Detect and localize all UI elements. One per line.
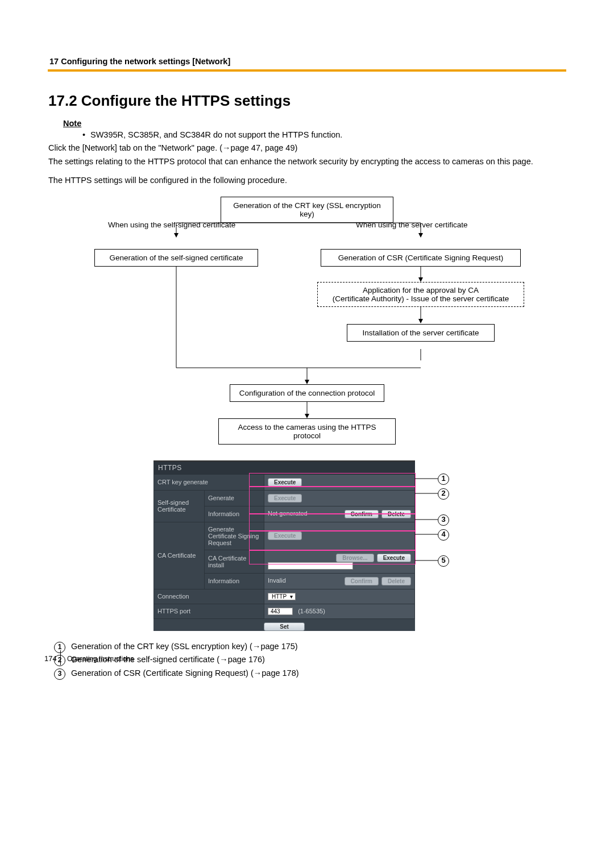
row-ca-csr: Generate Certificate Signing Request — [205, 522, 264, 550]
crt-execute-button[interactable]: Execute — [268, 478, 302, 487]
legend-1-text: Generation of the CRT key (SSL encryptio… — [71, 642, 252, 651]
running-header: 17 Configuring the network settings [Net… — [49, 57, 566, 66]
ca-delete-button[interactable]: Delete — [381, 577, 411, 585]
section-title: 17.2 Configure the HTTPS settings — [48, 92, 566, 110]
paragraph-1: Click the [Network] tab on the "Network"… — [48, 143, 566, 154]
ca-browse-button[interactable]: Browse... — [336, 554, 374, 562]
callout-1: 1 — [438, 474, 449, 485]
ca-install-execute-button[interactable]: Execute — [377, 554, 411, 562]
row-connection: Connection — [154, 589, 264, 604]
self-info-value: Not generated — [268, 510, 308, 517]
legend-1: 1 Generation of the CRT key (SSL encrypt… — [54, 641, 566, 653]
callout-2: 2 — [438, 488, 449, 500]
header-rule — [48, 69, 566, 72]
self-confirm-button[interactable]: Confirm — [345, 510, 379, 518]
legend-3: 3 Generation of CSR (Certificate Signing… — [54, 668, 566, 679]
flow-config: Configuration of the connection protocol — [230, 384, 384, 402]
flow-ca-line1: Application for the approval by CA — [322, 286, 519, 294]
note-item: SW395R, SC385R, and SC384R do not suppor… — [82, 130, 566, 139]
callout-5: 5 — [438, 555, 449, 567]
flowchart-lines — [80, 197, 534, 447]
ca-install-path-input[interactable] — [268, 562, 353, 570]
row-self-generate: Generate — [205, 490, 264, 506]
ca-info-value: Invalid — [268, 577, 286, 584]
callout-3: 3 — [438, 514, 449, 526]
panel-table: CRT key generate Execute Self-signed Cer… — [154, 474, 415, 619]
row-port: HTTPS port — [154, 604, 264, 618]
paragraph-3: The HTTPS settings will be configured in… — [48, 175, 566, 186]
legend-1-ref: page 175) — [260, 642, 297, 651]
flow-crt: Generation of the CRT key (SSL encryptio… — [221, 197, 393, 223]
flowchart: Generation of the CRT key (SSL encryptio… — [80, 197, 534, 447]
self-delete-button[interactable]: Delete — [381, 510, 411, 518]
row-crt-label: CRT key generate — [154, 474, 264, 490]
footer-divider — [60, 650, 61, 665]
flow-self-gen: Generation of the self-signed certificat… — [94, 249, 258, 267]
paragraph-1b: page 47, page 49) — [231, 143, 298, 152]
https-panel-figure: HTTPS CRT key generate Execute Self-sign… — [154, 460, 460, 631]
row-self-info: Information — [205, 506, 264, 522]
footer-doc: Operating Instructions — [67, 655, 134, 663]
paragraph-2: The settings relating to the HTTPS proto… — [48, 156, 566, 168]
legend-3-text: Generation of CSR (Certificate Signing R… — [71, 668, 254, 678]
panel-title: HTTPS — [154, 462, 415, 474]
self-generate-execute-button[interactable]: Execute — [268, 494, 302, 502]
port-input[interactable]: 443 — [268, 608, 293, 615]
flow-ca-line2: (Certificate Authority) - Issue of the s… — [322, 294, 519, 303]
https-panel: HTTPS CRT key generate Execute Self-sign… — [154, 460, 415, 631]
row-ca-label: CA Certificate — [154, 522, 205, 589]
ca-confirm-button[interactable]: Confirm — [345, 577, 379, 585]
connection-value: HTTP — [272, 593, 287, 600]
row-ca-info: Information — [205, 573, 264, 589]
row-ca-install: CA Certificate install — [205, 550, 264, 573]
legend-2-ref: page 176) — [228, 655, 265, 664]
arrow-icon: → — [252, 642, 261, 651]
flow-access: Access to the cameras using the HTTPS pr… — [218, 418, 396, 445]
note-list: SW395R, SC385R, and SC384R do not suppor… — [82, 130, 566, 139]
flow-label-server: When using the server certificate — [356, 221, 468, 229]
legend-3-ref: page 178) — [262, 668, 298, 678]
arrow-icon: → — [219, 655, 228, 664]
chevron-down-icon: ▾ — [290, 593, 293, 600]
arrow-icon: → — [254, 668, 262, 678]
connection-select[interactable]: HTTP ▾ — [268, 593, 296, 600]
port-hint: (1-65535) — [298, 608, 325, 614]
paragraph-1a: Click the [Network] tab on the "Network"… — [48, 143, 222, 152]
arrow-icon: → — [222, 143, 231, 152]
ca-csr-execute-button[interactable]: Execute — [268, 531, 302, 540]
set-button[interactable]: Set — [264, 622, 305, 631]
flow-ca-approval: Application for the approval by CA (Cert… — [317, 282, 524, 307]
note-label: Note — [63, 119, 566, 128]
flow-csr: Generation of CSR (Certificate Signing R… — [321, 249, 521, 267]
page-number: 174 — [44, 654, 57, 663]
callout-4: 4 — [438, 529, 449, 541]
flow-install: Installation of the server certificate — [347, 324, 495, 342]
flow-label-self: When using the self-signed certificate — [108, 221, 235, 229]
row-selfsigned-label: Self-signed Certificate — [154, 490, 205, 522]
